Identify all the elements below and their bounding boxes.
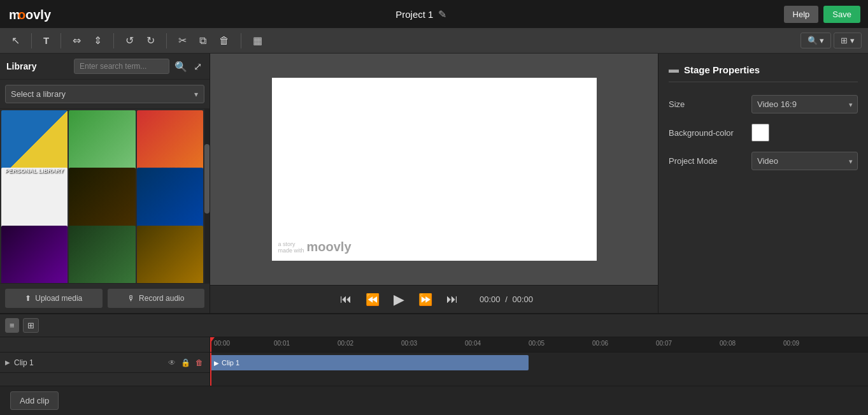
ruler-mark-2: 00:02 bbox=[338, 340, 353, 347]
ruler-mark-3: 00:03 bbox=[401, 340, 417, 347]
redo-button[interactable]: ↻ bbox=[141, 32, 160, 49]
project-mode-row: Project Mode Video Presentation GIF ▾ bbox=[669, 152, 858, 170]
toolbar-divider-5 bbox=[241, 33, 241, 48]
timeline-controls: ≡ ⊞ bbox=[0, 314, 868, 337]
library-item-clean[interactable]: CLEAN GRAPHICS bbox=[69, 110, 135, 177]
skip-to-end-button[interactable]: ⏭ bbox=[441, 290, 463, 309]
project-mode-label: Project Mode bbox=[669, 156, 751, 166]
size-select-wrapper: Video 16:9 Video 4:3 Square Custom ▾ bbox=[751, 95, 858, 113]
align-h-button[interactable]: ⇔ bbox=[68, 32, 86, 49]
delete-button[interactable]: 🗑 bbox=[214, 33, 234, 49]
track-labels-ruler-placeholder bbox=[0, 337, 210, 353]
library-scrollbar[interactable] bbox=[204, 109, 210, 283]
clip-icon: ▶ bbox=[214, 360, 219, 367]
size-select[interactable]: Video 16:9 Video 4:3 Square Custom bbox=[751, 95, 858, 113]
timeline-grid-view-button[interactable]: ⊞ bbox=[23, 318, 39, 333]
scrollbar-thumb[interactable] bbox=[204, 144, 210, 214]
ruler-mark-7: 00:07 bbox=[656, 340, 672, 347]
skip-to-start-button[interactable]: ⏮ bbox=[335, 290, 357, 309]
size-label: Size bbox=[669, 99, 751, 109]
svg-text:ovly: ovly bbox=[25, 8, 52, 22]
library-item-halloween[interactable]: HALLOWEEN bbox=[69, 168, 135, 234]
library-item-row3a[interactable] bbox=[1, 226, 68, 283]
top-bar: m o ovly Project 1 ✎ Help Save bbox=[0, 0, 868, 28]
library-select[interactable]: Select a library Personal Library Clean … bbox=[5, 85, 204, 103]
select-tool-button[interactable]: ↖ bbox=[6, 32, 25, 49]
library-grid: PERSONAL LIBRARY CLEAN GRAPHICS CLIPS bbox=[0, 109, 204, 283]
toolbar-divider-1 bbox=[31, 33, 32, 48]
bg-color-row: Background-color bbox=[669, 124, 858, 142]
size-row: Size Video 16:9 Video 4:3 Square Custom … bbox=[669, 95, 858, 113]
playback-bar: ⏮ ⏪ ▶ ⏩ ⏭ 00:00 / 00:00 bbox=[210, 285, 658, 313]
upload-icon: ⬆ bbox=[25, 294, 31, 303]
stage-props-header: ▬ Stage Properties bbox=[669, 64, 858, 82]
group-button[interactable]: ▦ bbox=[248, 32, 267, 49]
text-tool-button[interactable]: T bbox=[38, 33, 54, 48]
timeline-list-view-button[interactable]: ≡ bbox=[5, 318, 19, 333]
canvas-area: a storymade with moovly bbox=[210, 54, 658, 285]
ruler-playhead-head bbox=[210, 337, 215, 342]
bg-color-swatch[interactable] bbox=[751, 124, 769, 142]
track-lock-button[interactable]: 🔒 bbox=[180, 357, 192, 368]
edit-title-icon[interactable]: ✎ bbox=[438, 8, 446, 20]
timeline-playhead bbox=[210, 353, 211, 386]
undo-button[interactable]: ↺ bbox=[120, 32, 139, 49]
ruler-mark-8: 00:08 bbox=[720, 340, 736, 347]
clip-block-1[interactable]: ▶ Clip 1 bbox=[210, 355, 529, 370]
ruler-mark-6: 00:06 bbox=[592, 340, 608, 347]
timeline-track-content: ▶ Clip 1 bbox=[210, 353, 868, 386]
add-clip-button[interactable]: Add clip bbox=[10, 391, 59, 410]
save-button[interactable]: Save bbox=[823, 6, 860, 23]
library-item-personal[interactable]: PERSONAL LIBRARY bbox=[1, 110, 68, 177]
toolbar-divider-3 bbox=[113, 33, 114, 48]
record-icon: 🎙 bbox=[127, 294, 135, 303]
record-label: Record audio bbox=[139, 294, 184, 303]
track-visibility-button[interactable]: 👁 bbox=[167, 357, 177, 368]
left-panel-bottom: ⬆ Upload media 🎙 Record audio bbox=[0, 283, 210, 313]
track-expand-icon[interactable]: ▶ bbox=[5, 359, 10, 366]
upload-media-button[interactable]: ⬆ Upload media bbox=[5, 289, 103, 308]
search-input[interactable] bbox=[74, 59, 169, 74]
ruler-playhead bbox=[210, 337, 211, 352]
copy-button[interactable]: ⧉ bbox=[194, 33, 211, 49]
library-item-infographics[interactable]: INFOGRAPHICS bbox=[137, 168, 203, 234]
track-delete-button[interactable]: 🗑 bbox=[194, 357, 204, 368]
align-v-button[interactable]: ⇕ bbox=[89, 32, 107, 49]
search-area: 🔍 ⤢ bbox=[74, 59, 203, 74]
search-stage-button[interactable]: 🔍 ▾ bbox=[800, 33, 832, 48]
ruler-mark-5: 00:05 bbox=[529, 340, 544, 347]
library-select-container: Select a library Personal Library Clean … bbox=[5, 85, 204, 103]
timeline-right: 00:00 00:01 00:02 00:03 00:04 00:05 00:0… bbox=[210, 337, 868, 386]
record-audio-button[interactable]: 🎙 Record audio bbox=[108, 289, 205, 308]
time-display: 00:00 / 00:00 bbox=[480, 295, 533, 304]
collapse-panel-button[interactable]: ▬ bbox=[669, 64, 679, 75]
ruler-mark-0: 00:00 bbox=[214, 340, 230, 347]
time-separator: / bbox=[505, 295, 508, 304]
svg-text:o: o bbox=[18, 8, 25, 22]
library-item-row3b[interactable] bbox=[69, 226, 135, 283]
right-panel: ▬ Stage Properties Size Video 16:9 Video… bbox=[658, 54, 868, 313]
project-mode-select[interactable]: Video Presentation GIF bbox=[751, 152, 858, 170]
watermark-text-small: a storymade with bbox=[278, 241, 304, 254]
logo: m o ovly bbox=[8, 5, 59, 23]
help-button[interactable]: Help bbox=[784, 6, 819, 23]
fast-forward-button[interactable]: ⏩ bbox=[413, 290, 438, 309]
rewind-button[interactable]: ⏪ bbox=[360, 290, 385, 309]
library-item-clips[interactable]: CLIPS bbox=[137, 110, 203, 177]
search-button[interactable]: 🔍 bbox=[173, 59, 189, 74]
view-toggle-button[interactable]: ⊞ ▾ bbox=[834, 33, 862, 48]
project-title-text: Project 1 bbox=[395, 9, 433, 20]
canvas-wrapper: a storymade with moovly ⏮ ⏪ ▶ ⏩ ⏭ 00:00 … bbox=[210, 54, 658, 313]
project-mode-select-wrapper: Video Presentation GIF ▾ bbox=[751, 152, 858, 170]
ruler-mark-9: 00:09 bbox=[783, 340, 799, 347]
library-item-row3c[interactable] bbox=[137, 226, 203, 283]
clip-label: Clip 1 bbox=[222, 359, 239, 367]
upload-label: Upload media bbox=[35, 294, 82, 303]
panel-title: Library bbox=[6, 61, 36, 71]
library-item-doodle[interactable]: DOODLE MARKER bbox=[1, 168, 68, 234]
play-button[interactable]: ▶ bbox=[388, 289, 409, 310]
lib-personal-label: PERSONAL LIBRARY bbox=[5, 168, 64, 174]
panel-header: Library 🔍 ⤢ bbox=[0, 54, 210, 80]
cut-button[interactable]: ✂ bbox=[173, 32, 192, 49]
expand-button[interactable]: ⤢ bbox=[192, 59, 203, 74]
